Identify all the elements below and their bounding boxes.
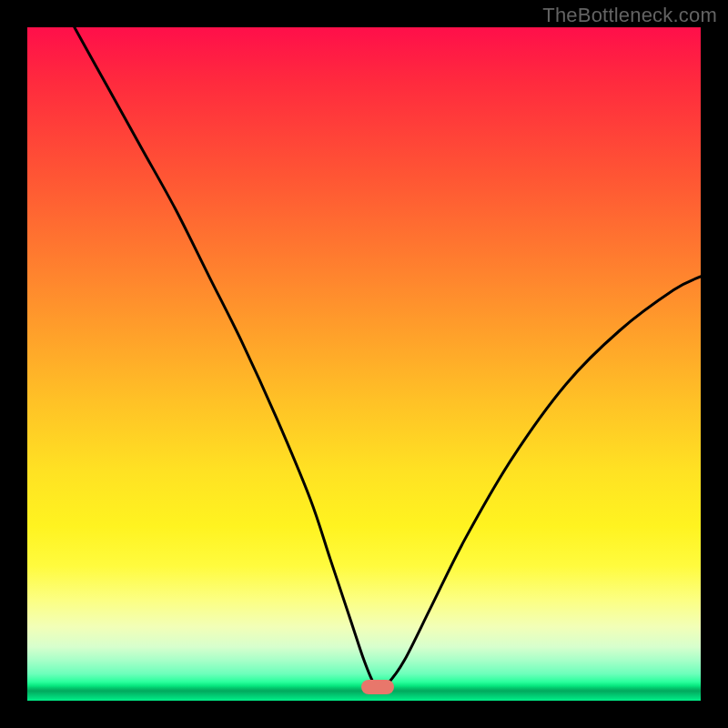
watermark-text: TheBottleneck.com <box>542 4 717 27</box>
plot-area <box>27 27 701 701</box>
optimal-marker <box>361 680 394 694</box>
bottleneck-curve-path <box>75 27 701 686</box>
chart-frame: TheBottleneck.com <box>0 0 728 728</box>
curve-svg <box>27 27 701 701</box>
